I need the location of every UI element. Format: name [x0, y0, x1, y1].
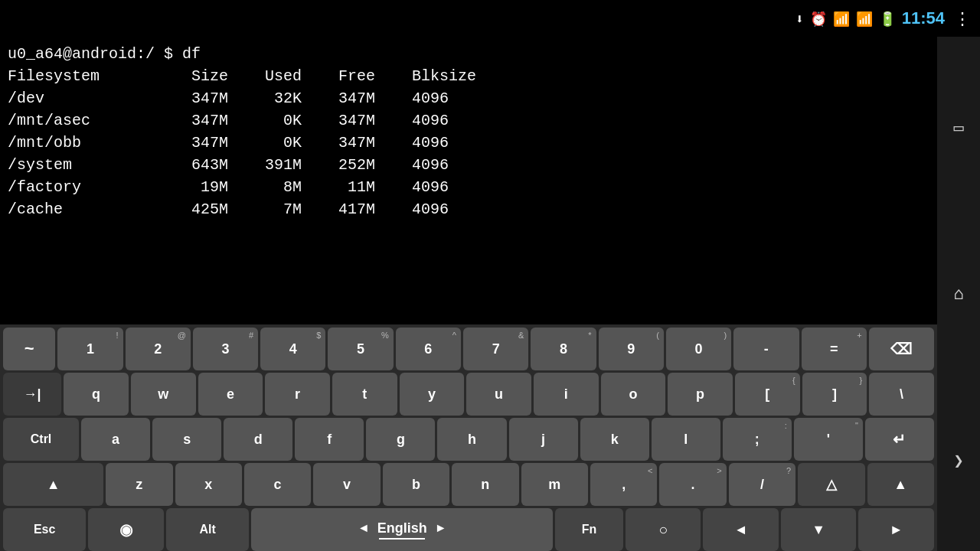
- key-comma[interactable]: ,<: [590, 463, 657, 506]
- terminal-row-mnt-asec: /mnt/asec 347M 0K 347M 4096: [8, 109, 929, 132]
- key-rbracket[interactable]: ]}: [802, 373, 867, 416]
- bluetooth-icon: ⬇: [795, 11, 804, 27]
- terminal-header: Filesystem Size Used Free Blksize: [8, 65, 929, 87]
- key-e[interactable]: e: [198, 373, 263, 416]
- keyboard-row-2: →| q w e r t y u i o p [{ ]} \: [3, 373, 934, 416]
- key-home-circle[interactable]: ○: [626, 508, 701, 551]
- key-t[interactable]: t: [332, 373, 397, 416]
- overflow-menu-icon[interactable]: ⋮: [954, 9, 971, 28]
- key-arrow-left[interactable]: ◄: [703, 508, 779, 551]
- terminal-row-cache: /cache 425M 7M 417M 4096: [8, 198, 929, 220]
- key-3[interactable]: 3#: [193, 328, 258, 370]
- lang-name-label: English: [377, 520, 427, 536]
- key-s[interactable]: s: [152, 418, 221, 461]
- key-p[interactable]: p: [668, 373, 733, 416]
- key-l[interactable]: l: [652, 418, 720, 461]
- lang-underline: [379, 538, 425, 540]
- terminal-output: u0_a64@android:/ $ df Filesystem Size Us…: [0, 37, 937, 259]
- key-u[interactable]: u: [466, 373, 531, 416]
- key-d[interactable]: d: [224, 418, 292, 461]
- key-6[interactable]: 6^: [396, 328, 461, 370]
- key-equals[interactable]: =+: [802, 328, 867, 370]
- alarm-icon: ⏰: [810, 11, 827, 27]
- terminal-row-factory: /factory 19M 8M 11M 4096: [8, 176, 929, 198]
- key-o[interactable]: o: [601, 373, 666, 416]
- key-9[interactable]: 9(: [599, 328, 664, 370]
- key-settings-circle[interactable]: ◉: [88, 508, 164, 551]
- status-time: 11:54: [902, 8, 945, 28]
- key-quote[interactable]: '": [794, 418, 863, 461]
- key-arrow-up[interactable]: △: [798, 463, 864, 506]
- keyboard: ~ 1! 2@ 3# 4$ 5% 6^ 7& 8* 9( 0) - =+ ⌫ →…: [0, 324, 937, 551]
- key-c[interactable]: c: [244, 463, 311, 506]
- key-x[interactable]: x: [175, 463, 242, 506]
- terminal-row-system: /system 643M 391M 252M 4096: [8, 154, 929, 176]
- key-z[interactable]: z: [106, 463, 172, 506]
- lang-selector: ◄ English ►: [358, 520, 447, 536]
- key-fn[interactable]: Fn: [555, 508, 623, 551]
- key-y[interactable]: y: [400, 373, 465, 416]
- key-v[interactable]: v: [313, 463, 380, 506]
- key-tilde[interactable]: ~: [3, 328, 55, 370]
- key-a[interactable]: a: [81, 418, 150, 461]
- key-shift-left[interactable]: ▲: [3, 463, 103, 506]
- nav-chevron-down-icon[interactable]: ❯: [953, 451, 963, 470]
- terminal-row-dev: /dev 347M 32K 347M 4096: [8, 87, 929, 109]
- key-w[interactable]: w: [131, 373, 196, 416]
- key-ctrl[interactable]: Ctrl: [3, 418, 79, 461]
- key-alt[interactable]: Alt: [166, 508, 249, 551]
- key-r[interactable]: r: [265, 373, 330, 416]
- key-0[interactable]: 0): [666, 328, 731, 370]
- battery-icon: 🔋: [879, 11, 896, 27]
- key-i[interactable]: i: [534, 373, 599, 416]
- key-b[interactable]: b: [383, 463, 449, 506]
- wifi-icon: 📶: [833, 11, 850, 27]
- nav-home-icon[interactable]: ⌂: [953, 284, 963, 303]
- key-shift-right[interactable]: ▲: [867, 463, 934, 506]
- key-semicolon[interactable]: ;:: [723, 418, 792, 461]
- key-4[interactable]: 4$: [260, 328, 325, 370]
- key-k[interactable]: k: [580, 418, 649, 461]
- key-tab[interactable]: →|: [3, 373, 61, 416]
- keyboard-row-3: Ctrl a s d f g h j k l ;: '" ↵: [3, 418, 934, 461]
- key-backslash[interactable]: \: [869, 373, 934, 416]
- signal-icon: 📶: [856, 11, 873, 27]
- key-5[interactable]: 5%: [328, 328, 393, 370]
- key-j[interactable]: j: [509, 418, 578, 461]
- key-8[interactable]: 8*: [531, 328, 596, 370]
- key-arrow-down[interactable]: ▼: [781, 508, 857, 551]
- key-7[interactable]: 7&: [463, 328, 528, 370]
- keyboard-row-4: ▲ z x c v b n m ,< .> /? △ ▲: [3, 463, 934, 506]
- key-arrow-right[interactable]: ►: [858, 508, 934, 551]
- key-minus[interactable]: -: [733, 328, 799, 370]
- nav-rectangle-icon[interactable]: ▭: [953, 118, 963, 137]
- key-h[interactable]: h: [437, 418, 506, 461]
- lang-arrow-right-icon: ►: [435, 521, 447, 535]
- key-backspace[interactable]: ⌫: [869, 328, 934, 370]
- right-nav-panel: ▭ ⌂ ❯: [937, 37, 980, 551]
- key-2[interactable]: 2@: [126, 328, 191, 370]
- key-period[interactable]: .>: [659, 463, 726, 506]
- lang-arrow-left-icon: ◄: [358, 521, 370, 535]
- key-space-lang[interactable]: ◄ English ►: [251, 508, 553, 551]
- key-esc[interactable]: Esc: [3, 508, 86, 551]
- key-lbracket[interactable]: [{: [735, 373, 800, 416]
- keyboard-row-5: Esc ◉ Alt ◄ English ► Fn ○ ◄ ▼ ►: [3, 508, 934, 551]
- terminal-prompt: u0_a64@android:/ $ df: [8, 43, 929, 65]
- key-enter[interactable]: ↵: [865, 418, 934, 461]
- key-m[interactable]: m: [521, 463, 588, 506]
- key-1[interactable]: 1!: [57, 328, 122, 370]
- status-bar: ⬇ ⏰ 📶 📶 🔋 11:54 ⋮: [0, 0, 980, 37]
- key-n[interactable]: n: [452, 463, 518, 506]
- key-slash[interactable]: /?: [729, 463, 795, 506]
- key-q[interactable]: q: [64, 373, 129, 416]
- terminal-row-mnt-obb: /mnt/obb 347M 0K 347M 4096: [8, 132, 929, 154]
- key-g[interactable]: g: [366, 418, 435, 461]
- key-f[interactable]: f: [295, 418, 364, 461]
- keyboard-row-1: ~ 1! 2@ 3# 4$ 5% 6^ 7& 8* 9( 0) - =+ ⌫: [3, 328, 934, 370]
